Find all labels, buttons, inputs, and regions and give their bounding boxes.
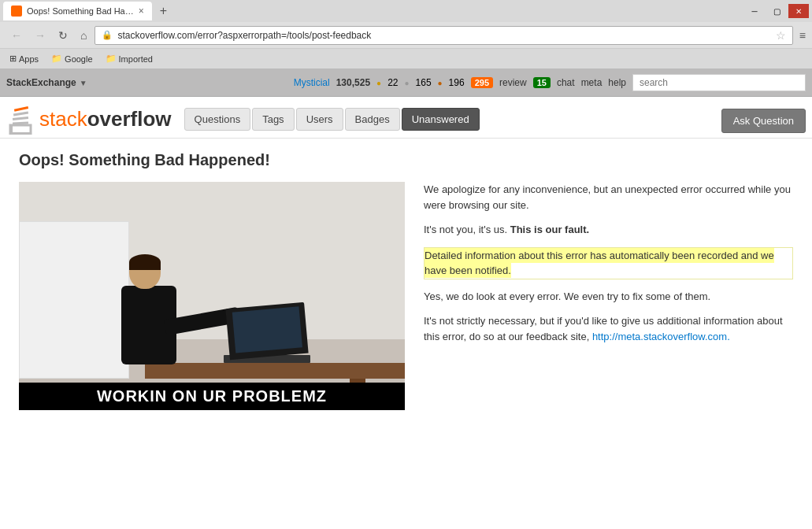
google-folder-icon: 📁 <box>51 54 62 64</box>
bookmark-star-button[interactable]: ☆ <box>776 29 786 42</box>
tags-nav-btn[interactable]: Tags <box>252 108 294 131</box>
error-para-3: Detailed information about this error ha… <box>424 247 793 279</box>
error-body: WORKIN ON UR PROBLEMZ We apologize for a… <box>19 182 793 410</box>
para2-start: It's not you, it's us. <box>424 224 510 235</box>
bronze-badge-dot: ● <box>438 79 443 87</box>
dropdown-arrow-icon: ▼ <box>80 79 87 87</box>
error-text-block: We apologize for any inconvenience, but … <box>424 182 793 353</box>
meme-person <box>121 286 176 364</box>
error-para-2: It's not you, it's us. This is our fault… <box>424 222 793 238</box>
para2-bold: This is our fault. <box>510 224 589 235</box>
person-hair <box>129 254 161 270</box>
reload-button[interactable]: ↻ <box>54 28 72 43</box>
tab-strip: Oops! Something Bad Ha… × + <box>3 2 172 20</box>
settings-menu-button[interactable]: ≡ <box>799 29 806 42</box>
imported-bookmark[interactable]: 📁 Imported <box>102 52 156 65</box>
meme-caption: WORKIN ON UR PROBLEMZ <box>19 383 405 410</box>
so-content: Oops! Something Bad Happened! <box>0 139 812 423</box>
stack-exchange-logo[interactable]: StackExchange ▼ <box>6 77 87 88</box>
bookmarks-bar: ⊞ Apps 📁 Google 📁 Imported <box>0 49 812 69</box>
close-button[interactable]: ✕ <box>788 4 809 18</box>
tab-favicon <box>11 6 22 17</box>
meme-laptop <box>224 355 310 363</box>
address-lock-icon: 🔒 <box>102 30 113 40</box>
ask-question-button[interactable]: Ask Question <box>721 109 806 133</box>
so-main-nav: stackoverflow Questions Tags Users Badge… <box>0 97 812 139</box>
so-topbar-inner: StackExchange ▼ Mysticial 130,525 ● 22 ●… <box>0 69 812 96</box>
imported-folder-icon: 📁 <box>106 54 117 64</box>
meta-link[interactable]: meta <box>581 77 603 88</box>
so-logo-icon <box>6 103 35 135</box>
review-badge: 295 <box>471 77 493 88</box>
imported-label: Imported <box>119 54 153 64</box>
so-logo-area[interactable]: stackoverflow <box>6 103 172 138</box>
forward-button[interactable]: → <box>30 28 50 43</box>
svg-rect-1 <box>13 117 28 120</box>
window-controls: ─ ▢ ✕ <box>744 4 809 18</box>
tab-title: Oops! Something Bad Ha… <box>27 6 134 16</box>
svg-rect-6 <box>10 132 31 135</box>
back-button[interactable]: ← <box>6 28 27 43</box>
laptop-screen <box>225 302 308 360</box>
tab-close-button[interactable]: × <box>139 6 144 17</box>
address-bar[interactable]: 🔒 stackoverflow.com/error?aspxerrorpath=… <box>95 26 792 45</box>
person-head <box>129 254 161 289</box>
error-highlight-text: Detailed information about this error ha… <box>425 248 774 279</box>
error-para-1: We apologize for any inconvenience, but … <box>424 182 793 213</box>
laptop-display <box>232 306 302 353</box>
title-bar: Oops! Something Bad Ha… × + ─ ▢ ✕ <box>0 0 812 22</box>
address-text: stackoverflow.com/error?aspxerrorpath=/t… <box>117 30 770 41</box>
username[interactable]: Mysticial <box>294 77 330 88</box>
error-para-5: It's not strictly necessary, but if you'… <box>424 313 793 344</box>
minimize-button[interactable]: ─ <box>744 4 765 18</box>
bronze-badge-count: 196 <box>449 77 465 88</box>
so-nav-buttons: Questions Tags Users Badges Unanswered <box>184 108 480 134</box>
questions-nav-btn[interactable]: Questions <box>184 108 251 131</box>
review-link[interactable]: review <box>499 77 527 88</box>
search-input[interactable] <box>632 74 806 91</box>
meme-desk <box>145 363 405 379</box>
unanswered-nav-btn[interactable]: Unanswered <box>402 108 480 131</box>
apps-bookmark[interactable]: ⊞ Apps <box>6 52 42 65</box>
silver-badge-dot: ● <box>404 79 409 87</box>
error-image: WORKIN ON UR PROBLEMZ <box>19 182 405 410</box>
gold-badge-dot: ● <box>376 79 381 87</box>
meta-stackoverflow-link[interactable]: http://meta.stackoverflow.com. <box>592 331 730 342</box>
user-reputation: 130,525 <box>336 77 370 88</box>
so-topbar: StackExchange ▼ Mysticial 130,525 ● 22 ●… <box>0 69 812 97</box>
gold-badge-count: 22 <box>387 77 398 88</box>
svg-rect-3 <box>14 106 28 112</box>
error-para-4: Yes, we do look at every error. We even … <box>424 289 793 305</box>
svg-rect-2 <box>13 111 28 116</box>
meme-appliance <box>19 221 129 379</box>
active-tab[interactable]: Oops! Something Bad Ha… × <box>3 2 152 20</box>
new-tab-button[interactable]: + <box>155 2 172 20</box>
error-title: Oops! Something Bad Happened! <box>19 151 793 169</box>
apps-label: Apps <box>19 54 39 64</box>
badges-nav-btn[interactable]: Badges <box>345 108 400 131</box>
help-link[interactable]: help <box>608 77 626 88</box>
silver-badge-count: 165 <box>416 77 432 88</box>
mod-badge: 15 <box>533 77 551 88</box>
maximize-button[interactable]: ▢ <box>766 4 787 18</box>
so-logo-text: stackoverflow <box>39 107 172 131</box>
apps-grid-icon: ⊞ <box>9 54 17 64</box>
chat-link[interactable]: chat <box>557 77 575 88</box>
so-page: StackExchange ▼ Mysticial 130,525 ● 22 ●… <box>0 69 812 529</box>
person-torso <box>121 286 176 364</box>
so-header-row: stackoverflow Questions Tags Users Badge… <box>6 97 806 138</box>
home-button[interactable]: ⌂ <box>76 28 91 43</box>
meme-scene: WORKIN ON UR PROBLEMZ <box>19 182 405 410</box>
stack-exchange-label: StackExchange <box>6 77 76 88</box>
google-bookmark[interactable]: 📁 Google <box>48 52 95 65</box>
navigation-bar: ← → ↻ ⌂ 🔒 stackoverflow.com/error?aspxer… <box>0 22 812 49</box>
so-topbar-right: Mysticial 130,525 ● 22 ● 165 ● 196 295 r… <box>294 74 806 91</box>
google-label: Google <box>65 54 92 64</box>
users-nav-btn[interactable]: Users <box>296 108 343 131</box>
